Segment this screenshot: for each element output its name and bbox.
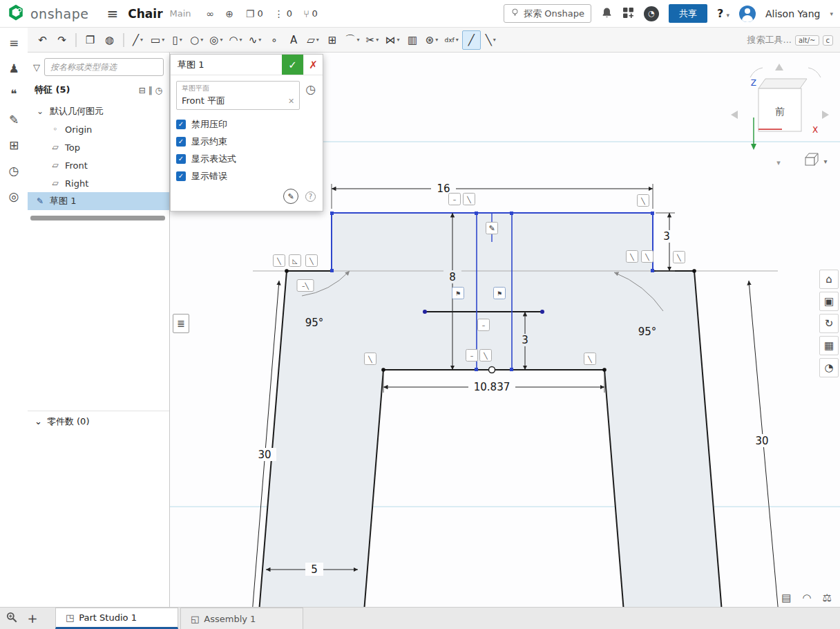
feature-filter: ▽ <box>33 58 164 76</box>
display-mode-chevron-icon[interactable]: ▾ <box>823 158 827 165</box>
perimeter-circle-tool[interactable]: ◎ ▾ <box>207 30 225 50</box>
tree-item-front[interactable]: ▱ Front <box>28 156 169 174</box>
canvas-feature-list-toggle[interactable]: ≣ <box>173 314 189 333</box>
notes-icon[interactable]: ✎ <box>4 111 23 128</box>
final-time-icon[interactable]: ◷ <box>304 81 317 97</box>
learning-center-icon[interactable]: ◎ <box>4 188 23 205</box>
workspace-name[interactable]: Main <box>170 8 191 19</box>
tab-part-studio-1[interactable]: ◳ Part Studio 1 <box>55 608 178 629</box>
tree-item-right[interactable]: ▱ Right <box>28 174 169 192</box>
toolbar-separator[interactable]: ▾ <box>75 33 77 47</box>
display-mode-cube-icon[interactable] <box>805 153 818 165</box>
explore-search-box[interactable]: 探索 Onshape <box>504 4 591 23</box>
measure-panel-icon[interactable]: ◔ <box>819 358 839 377</box>
cancel-button[interactable]: ✗ <box>303 55 323 75</box>
help-menu[interactable]: ? ▾ <box>717 7 729 20</box>
center-rectangle-tool[interactable]: ▯ ▾ <box>168 30 187 50</box>
named-views-icon[interactable]: ▣ <box>819 292 839 311</box>
fit-view-icon[interactable]: ⌂ <box>819 270 839 289</box>
tree-item-top[interactable]: ▱ Top <box>28 138 169 156</box>
tab-assembly-1[interactable]: ◱ Assembly 1 <box>180 608 303 629</box>
rotate-right-arrow-icon <box>822 111 829 119</box>
filter-funnel-icon[interactable]: ▽ <box>33 62 40 73</box>
dialog-header: 草图 1 ✓ ✗ <box>171 55 323 75</box>
share-button[interactable]: 共享 <box>669 4 707 23</box>
filter-input[interactable] <box>44 58 164 76</box>
constraint-badge-icon: –╲ <box>302 282 309 290</box>
rollback-history-icon[interactable]: ◷ <box>155 86 162 95</box>
comments-icon[interactable]: ❝ <box>4 86 23 102</box>
constraint-badge-icon: ⚑ <box>497 290 502 297</box>
dialog-checkbox-option[interactable]: ✓ 禁用压印 <box>176 115 317 133</box>
dialog-help-icon[interactable]: ? <box>305 191 316 202</box>
dialog-checkbox-option[interactable]: ✓ 显示表达式 <box>176 150 317 167</box>
text-tool[interactable]: A ▾ <box>285 30 303 50</box>
appearance-icon[interactable]: ▦ <box>819 336 839 355</box>
confirm-button[interactable]: ✓ <box>282 55 303 75</box>
chevron-down-icon[interactable]: ▾ <box>830 10 833 17</box>
rollback-bar[interactable] <box>30 216 165 220</box>
imprint-icon[interactable]: ▤ <box>781 592 791 604</box>
section-view-icon[interactable]: ↻ <box>819 314 839 333</box>
clear-selection-icon[interactable]: ✕ <box>288 97 294 106</box>
constraint-badge-icon: ╲ <box>483 352 488 360</box>
measure-tool[interactable]: ╱ ▾ <box>462 30 481 50</box>
chevron-down-icon: ▾ <box>357 37 360 43</box>
versions-icon[interactable]: ⊞ <box>4 137 23 153</box>
parts-section-header[interactable]: ⌄ 零件数 (0) <box>28 411 169 431</box>
copies-count[interactable]: ❐ 0 <box>246 8 263 19</box>
feature-manager-icon[interactable]: ≡ <box>4 35 23 51</box>
user-avatar[interactable] <box>739 6 756 22</box>
mirror-tool[interactable]: ⋈ ▾ <box>383 30 403 50</box>
undo-button[interactable]: ↶ ▾ <box>33 30 52 50</box>
dim-rail: 3 <box>522 334 528 346</box>
arc-tool[interactable]: ◠ ▾ <box>226 30 245 50</box>
whats-new-icon[interactable]: ◔ <box>644 6 659 21</box>
protractor-icon[interactable]: ◠ <box>802 592 811 604</box>
issues-count[interactable]: ⋮ 0 <box>274 8 292 19</box>
globe-icon[interactable]: ⊕ <box>225 8 233 19</box>
app-store-grid-icon[interactable] <box>622 7 634 21</box>
likes-count[interactable]: ⑂ 0 <box>303 8 318 19</box>
line-tool[interactable]: ╱ ▾ <box>128 30 147 50</box>
toolbar-separator[interactable]: ▾ <box>123 33 124 47</box>
insert-feature-icon[interactable]: ⊟ <box>139 86 149 95</box>
tool-search-box[interactable]: 搜索工具... alt/~ c <box>747 28 833 53</box>
link-icon[interactable]: ∞ <box>207 8 215 19</box>
equation-tool[interactable]: ⊞ ▾ <box>323 30 342 50</box>
redo-button[interactable]: ↷ ▾ <box>52 30 71 50</box>
tree-item-default-geometry[interactable]: ⌄ 默认几何图元 <box>28 102 169 120</box>
slot-tool[interactable]: ▱ ▾ <box>304 30 323 50</box>
constraint-tool[interactable]: ╲ ▾ <box>481 30 500 50</box>
history-icon[interactable]: ◷ <box>4 162 23 179</box>
follow-mode-icon[interactable]: ♟ <box>4 60 23 77</box>
view-menu-chevron-icon[interactable]: ▾ <box>776 158 781 167</box>
tree-item-sketch-1[interactable]: ✎ 草图 1 <box>28 192 169 210</box>
constraint-badge-icon: ✎ <box>488 224 495 233</box>
copy-tool[interactable]: ❐ ▾ <box>81 30 99 50</box>
dialog-checkbox-option[interactable]: ✓ 显示约束 <box>176 133 317 150</box>
scale-icon[interactable]: ⚖ <box>823 592 832 604</box>
circular-pattern-tool[interactable]: ⊛ ▾ <box>423 30 441 50</box>
linear-pattern-tool[interactable]: ▥ ▾ <box>403 30 422 50</box>
view-cube[interactable]: 前 Z X <box>731 64 829 150</box>
onshape-logo[interactable] <box>7 3 25 24</box>
sketch-plane-field[interactable]: 草图平面 Front 平面 ✕ <box>176 81 300 110</box>
suppress-icon[interactable]: ‖ <box>149 86 155 95</box>
add-tab-button[interactable]: + <box>25 611 40 626</box>
notifications-bell-icon[interactable] <box>601 7 613 21</box>
circle-tool[interactable]: ○ ▾ <box>187 30 206 50</box>
spline-tool[interactable]: ∿ ▾ <box>246 30 265 50</box>
dialog-checkbox-option[interactable]: ✓ 显示错误 <box>176 167 317 185</box>
search-tabs-icon[interactable] <box>6 611 18 626</box>
fillet-tool[interactable]: ⌒ ▾ <box>343 30 363 50</box>
hamburger-menu-icon[interactable]: ≡ <box>107 6 119 22</box>
tree-item-origin[interactable]: ◦ Origin <box>28 120 169 138</box>
edit-sketch-icon[interactable]: ✎ <box>283 189 298 204</box>
sketch-origin-point <box>489 367 495 373</box>
dxf-import-tool[interactable]: dxf ▾ <box>442 30 461 50</box>
render-quality-tool[interactable]: ◍ ▾ <box>100 30 119 50</box>
trim-tool[interactable]: ✂ ▾ <box>363 30 382 50</box>
point-tool[interactable]: ∘ ▾ <box>265 30 284 50</box>
rectangle-tool[interactable]: ▭ ▾ <box>148 30 167 50</box>
